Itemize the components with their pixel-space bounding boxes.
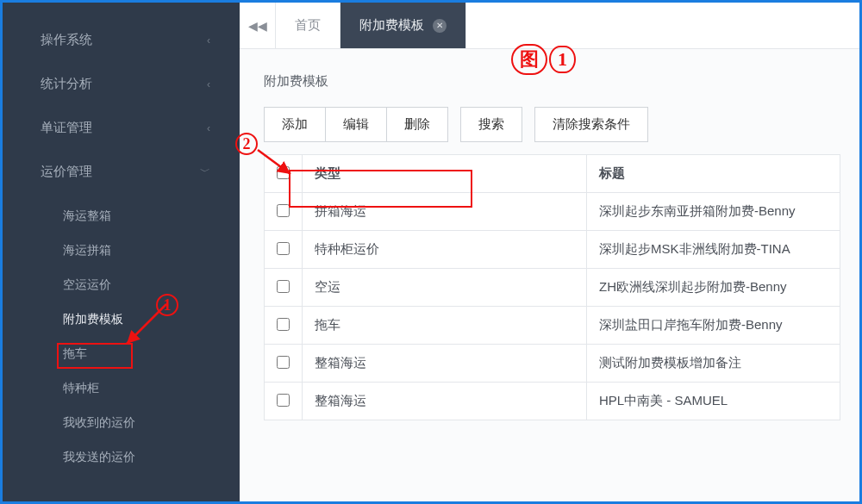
sidebar: 操作系统 ‹ 统计分析 ‹ 单证管理 ‹ 运价管理 ﹀ 海运整箱 海运拼箱 空运… <box>3 3 240 501</box>
table-row[interactable]: 拖车深圳盐田口岸拖车附加费-Benny <box>265 307 840 345</box>
search-button[interactable]: 搜索 <box>460 107 522 142</box>
chevron-left-icon: ‹ <box>207 34 210 47</box>
page-title: 附加费模板 <box>264 73 840 90</box>
menu-label: 操作系统 <box>41 32 92 48</box>
sidebar-item-label: 特种柜 <box>63 381 99 395</box>
cell-title: 深圳起步MSK非洲线附加费-TINA <box>587 231 840 269</box>
row-checkbox-cell <box>265 345 303 383</box>
row-checkbox-cell <box>265 193 303 231</box>
chevron-down-icon: ﹀ <box>200 165 210 179</box>
cell-type: 整箱海运 <box>303 345 587 383</box>
sidebar-item-label: 附加费模板 <box>63 312 123 327</box>
cell-type: 特种柜运价 <box>303 231 587 269</box>
tab-label: 首页 <box>295 17 321 34</box>
table-row[interactable]: 空运ZH欧洲线深圳起步附加费-Benny <box>265 269 840 307</box>
cell-title: 深圳盐田口岸拖车附加费-Benny <box>587 307 840 345</box>
tab-home[interactable]: 首页 <box>276 3 340 48</box>
sidebar-item-lcl[interactable]: 海运拼箱 <box>3 233 240 268</box>
menu-label: 运价管理 <box>41 164 92 180</box>
sidebar-item-label: 海运拼箱 <box>63 243 111 257</box>
column-title: 标题 <box>587 155 840 193</box>
row-checkbox-cell <box>265 231 303 269</box>
tab-label: 附加费模板 <box>359 17 424 34</box>
sidebar-item-label: 我收到的运价 <box>63 415 135 429</box>
row-checkbox-cell <box>265 307 303 345</box>
cell-title: 深圳起步东南亚拼箱附加费-Benny <box>587 193 840 231</box>
data-table: 类型 标题 拼箱海运深圳起步东南亚拼箱附加费-Benny特种柜运价深圳起步MSK… <box>264 154 840 420</box>
chevron-left-icon: ‹ <box>207 122 210 134</box>
tab-back-button[interactable]: ◀◀ <box>240 3 276 48</box>
edit-button-group: 添加 编辑 删除 <box>264 107 448 142</box>
table-row[interactable]: 特种柜运价深圳起步MSK非洲线附加费-TINA <box>265 231 840 269</box>
double-chevron-left-icon: ◀◀ <box>248 19 267 33</box>
menu-documents[interactable]: 单证管理 ‹ <box>3 106 240 150</box>
row-checkbox[interactable] <box>277 318 290 331</box>
table-row[interactable]: 整箱海运HPL中南美 - SAMUEL <box>265 383 840 420</box>
add-button[interactable]: 添加 <box>265 108 326 141</box>
menu-operating-system[interactable]: 操作系统 ‹ <box>3 18 240 62</box>
cell-title: 测试附加费模板增加备注 <box>587 345 840 383</box>
cell-title: HPL中南美 - SAMUEL <box>587 383 840 420</box>
sidebar-item-received[interactable]: 我收到的运价 <box>3 406 240 440</box>
row-checkbox[interactable] <box>277 204 290 217</box>
sidebar-item-label: 海运整箱 <box>63 208 111 222</box>
cell-title: ZH欧洲线深圳起步附加费-Benny <box>587 269 840 307</box>
toolbar: 添加 编辑 删除 搜索 清除搜索条件 <box>264 107 840 142</box>
row-checkbox[interactable] <box>277 394 290 407</box>
sidebar-item-air[interactable]: 空运运价 <box>3 268 240 302</box>
cell-type: 拖车 <box>303 307 587 345</box>
sidebar-item-fcl[interactable]: 海运整箱 <box>3 199 240 233</box>
sidebar-item-surcharge-template[interactable]: 附加费模板 <box>3 302 240 337</box>
menu-freight[interactable]: 运价管理 ﹀ <box>3 150 240 194</box>
sidebar-item-trailer[interactable]: 拖车 <box>3 337 240 371</box>
table-row[interactable]: 拼箱海运深圳起步东南亚拼箱附加费-Benny <box>265 193 840 231</box>
delete-button[interactable]: 删除 <box>387 108 447 141</box>
content: 附加费模板 添加 编辑 删除 搜索 清除搜索条件 类型 标题 <box>240 49 859 501</box>
main-area: ◀◀ 首页 附加费模板 ✕ 附加费模板 添加 编辑 删除 搜索 清除搜索条件 <box>240 3 859 501</box>
column-type: 类型 <box>303 155 587 193</box>
clear-search-button[interactable]: 清除搜索条件 <box>534 107 648 142</box>
tab-surcharge-template[interactable]: 附加费模板 ✕ <box>340 3 466 48</box>
close-icon[interactable]: ✕ <box>433 19 447 33</box>
cell-type: 空运 <box>303 269 587 307</box>
tab-bar: ◀◀ 首页 附加费模板 ✕ <box>240 3 859 49</box>
sidebar-item-special[interactable]: 特种柜 <box>3 371 240 406</box>
chevron-left-icon: ‹ <box>207 78 210 90</box>
cell-type: 整箱海运 <box>303 383 587 420</box>
sidebar-item-label: 拖车 <box>63 346 87 360</box>
select-all-cell <box>265 155 303 193</box>
row-checkbox-cell <box>265 269 303 307</box>
cell-type: 拼箱海运 <box>303 193 587 231</box>
table-row[interactable]: 整箱海运测试附加费模板增加备注 <box>265 345 840 383</box>
row-checkbox-cell <box>265 383 303 420</box>
sidebar-item-label: 我发送的运价 <box>63 450 135 464</box>
row-checkbox[interactable] <box>277 356 290 369</box>
sidebar-item-label: 空运运价 <box>63 277 111 291</box>
table-header-row: 类型 标题 <box>265 155 840 193</box>
menu-label: 单证管理 <box>41 120 92 136</box>
row-checkbox[interactable] <box>277 242 290 255</box>
edit-button[interactable]: 编辑 <box>326 108 387 141</box>
row-checkbox[interactable] <box>277 280 290 293</box>
sidebar-item-sent[interactable]: 我发送的运价 <box>3 440 240 475</box>
menu-label: 统计分析 <box>41 76 92 92</box>
submenu-freight: 海运整箱 海运拼箱 空运运价 附加费模板 拖车 特种柜 我收到的运价 我发送的运… <box>3 194 240 483</box>
menu-statistics[interactable]: 统计分析 ‹ <box>3 62 240 106</box>
select-all-checkbox[interactable] <box>277 166 290 179</box>
